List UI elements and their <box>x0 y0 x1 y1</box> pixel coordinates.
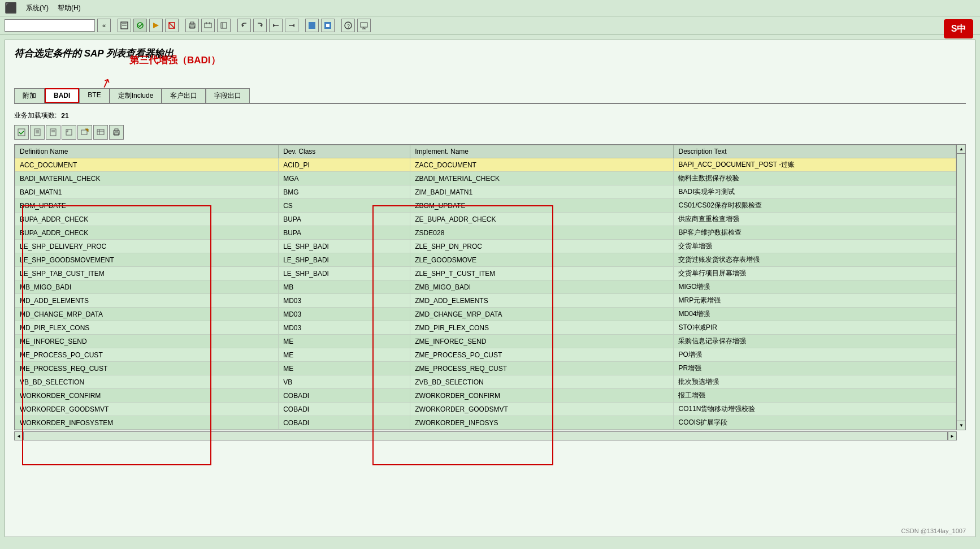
toolbar-btn-10[interactable] <box>269 19 283 32</box>
icon-btn-2[interactable] <box>30 125 45 140</box>
toolbar-back-btn[interactable]: « <box>97 19 111 32</box>
toolbar-btn-12[interactable] <box>305 19 319 32</box>
tab-field-exit[interactable]: 字段出口 <box>206 88 250 103</box>
table-row[interactable]: WORKORDER_INFOSYSTEMCOBADIZWORKORDER_INF… <box>15 416 956 430</box>
table-row[interactable]: ME_INFOREC_SENDMEZME_INFOREC_SEND采购信息记录保… <box>15 335 956 348</box>
svg-rect-25 <box>361 23 367 27</box>
cell-impl: ZLE_GOODSMOVE <box>410 253 674 267</box>
scroll-right-btn[interactable]: ► <box>948 431 957 440</box>
svg-rect-36 <box>66 129 72 135</box>
table-row[interactable]: LE_SHP_DELIVERY_PROCLE_SHP_BADIZLE_SHP_D… <box>15 240 956 253</box>
cell-impl: ZME_PROCESS_PO_CUST <box>410 348 674 362</box>
table-container: ▲ ▼ Definition Name Dev. Class Implement… <box>14 144 966 430</box>
table-row[interactable]: WORKORDER_GOODSMVTCOBADIZWORKORDER_GOODS… <box>15 403 956 416</box>
icon-btn-5[interactable] <box>77 125 92 140</box>
cell-dev: BUPA <box>279 213 410 226</box>
svg-rect-33 <box>50 129 56 136</box>
cell-def: LE_SHP_GOODSMOVEMENT <box>15 253 279 267</box>
toolbar-btn-13[interactable] <box>321 19 335 32</box>
cell-def: MD_ADD_ELEMENTS <box>15 294 279 308</box>
icon-row <box>14 125 966 140</box>
table-row[interactable]: BUPA_ADDR_CHECKBUPAZSDE028BP客户维护数据检查 <box>15 226 956 240</box>
cell-desc: BP客户维护数据检查 <box>674 226 956 240</box>
toolbar-print-btn[interactable] <box>185 19 199 32</box>
toolbar-btn-4[interactable] <box>165 19 179 32</box>
toolbar-btn-3[interactable] <box>149 19 163 32</box>
table-row[interactable]: MD_ADD_ELEMENTSMD03ZMD_ADD_ELEMENTSMRP元素… <box>15 294 956 308</box>
table-row[interactable]: BUPA_ADDR_CHECKBUPAZE_BUPA_ADDR_CHECK供应商… <box>15 213 956 226</box>
icon-btn-3[interactable] <box>46 125 60 140</box>
scroll-left-btn[interactable]: ◄ <box>14 431 23 440</box>
cell-impl: ZMD_ADD_ELEMENTS <box>410 294 674 308</box>
cell-def: BADI_MATN1 <box>15 185 279 199</box>
toolbar-undo-btn[interactable] <box>237 19 251 32</box>
scroll-down-btn[interactable]: ▼ <box>957 421 966 430</box>
toolbar-btn-11[interactable] <box>285 19 298 32</box>
svg-marker-17 <box>273 24 275 27</box>
table-row[interactable]: VB_BD_SELECTIONVBZVB_BD_SELECTION批次预选增强 <box>15 375 956 389</box>
table-row[interactable]: BOM_UPDATECSZBOM_UPDATECS01/CS02保存时权限检查 <box>15 199 956 213</box>
table-row[interactable]: BADI_MATN1BMGZIM_BADI_MATN1BADI实现学习测试 <box>15 185 956 199</box>
scroll-up-btn[interactable]: ▲ <box>957 145 966 154</box>
table-row[interactable]: ME_PROCESS_REQ_CUSTMEZME_PROCESS_REQ_CUS… <box>15 362 956 375</box>
cell-desc: 供应商查重检查增强 <box>674 213 956 226</box>
cell-def: LE_SHP_TAB_CUST_ITEM <box>15 267 279 280</box>
col-header-dev: Dev. Class <box>279 145 410 158</box>
table-row[interactable]: BADI_MATERIAL_CHECKMGAZBADI_MATERIAL_CHE… <box>15 172 956 185</box>
menu-help[interactable]: 帮助(H) <box>58 3 81 13</box>
table-row[interactable]: MB_MIGO_BADIMBZMB_MIGO_BADIMIGO增强 <box>15 280 956 294</box>
table-row[interactable]: LE_SHP_TAB_CUST_ITEMLE_SHP_BADIZLE_SHP_T… <box>15 267 956 280</box>
table-row[interactable]: LE_SHP_GOODSMOVEMENTLE_SHP_BADIZLE_GOODS… <box>15 253 956 267</box>
icon-btn-4[interactable] <box>62 125 76 140</box>
table-row[interactable]: ME_PROCESS_PO_CUSTMEZME_PROCESS_PO_CUSTP… <box>15 348 956 362</box>
toolbar-btn-9[interactable] <box>253 19 267 32</box>
cell-dev: LE_SHP_BADI <box>279 253 410 267</box>
tab-badi[interactable]: BADI <box>45 88 79 103</box>
cell-impl: ZACC_DOCUMENT <box>410 158 674 172</box>
toolbar-btn-6[interactable] <box>201 19 215 32</box>
cell-dev: MD03 <box>279 308 410 321</box>
icon-btn-6[interactable] <box>93 125 108 140</box>
cell-def: VB_BD_SELECTION <box>15 375 279 389</box>
toolbar-monitor-btn[interactable] <box>357 19 371 32</box>
cell-dev: BUPA <box>279 226 410 240</box>
cell-def: ME_PROCESS_PO_CUST <box>15 348 279 362</box>
toolbar-help-btn[interactable]: ? <box>341 19 355 32</box>
scrollbar-h[interactable]: ◄ ► <box>14 431 957 440</box>
count-label: 业务加载项数: <box>14 111 57 120</box>
toolbar-input[interactable] <box>5 19 95 32</box>
scrollbar-v[interactable]: ▲ ▼ <box>956 145 965 430</box>
exit-icon[interactable]: ⬛ <box>5 2 17 14</box>
main-content: 符合选定条件的 SAP 列表查看器输出 第三代增强（BADI） ↙ 附加 BAD… <box>5 40 975 537</box>
cell-dev: ACID_PI <box>279 158 410 172</box>
cell-desc: BAPI_ACC_DOCUMENT_POST -过账 <box>674 158 956 172</box>
svg-rect-12 <box>221 23 227 28</box>
tab-customer-exit[interactable]: 客户出口 <box>162 88 206 103</box>
cell-desc: COOIS扩展字段 <box>674 416 956 430</box>
cell-dev: CS <box>279 199 410 213</box>
toolbar-btn-7[interactable] <box>217 19 231 32</box>
data-table: Definition Name Dev. Class Implement. Na… <box>15 145 956 430</box>
count-value: 21 <box>61 112 68 120</box>
tab-fuza[interactable]: 附加 <box>14 88 45 103</box>
table-row[interactable]: MD_PIR_FLEX_CONSMD03ZMD_PIR_FLEX_CONSSTO… <box>15 321 956 335</box>
icon-btn-1[interactable] <box>14 125 29 140</box>
svg-marker-15 <box>260 24 262 27</box>
cell-desc: CS01/CS02保存时权限检查 <box>674 199 956 213</box>
cell-desc: MIGO增强 <box>674 280 956 294</box>
table-row[interactable]: MD_CHANGE_MRP_DATAMD03ZMD_CHANGE_MRP_DAT… <box>15 308 956 321</box>
cell-desc: PO增强 <box>674 348 956 362</box>
count-row: 业务加载项数: 21 <box>14 111 966 120</box>
icon-btn-7[interactable] <box>109 125 124 140</box>
cell-desc: 采购信息记录保存增强 <box>674 335 956 348</box>
cell-impl: ZBOM_UPDATE <box>410 199 674 213</box>
menu-system[interactable]: 系统(Y) <box>26 3 49 13</box>
table-row[interactable]: WORKORDER_CONFIRMCOBADIZWORKORDER_CONFIR… <box>15 389 956 403</box>
cell-desc: 报工增强 <box>674 389 956 403</box>
table-row[interactable]: ACC_DOCUMENTACID_PIZACC_DOCUMENTBAPI_ACC… <box>15 158 956 172</box>
toolbar-btn-2[interactable] <box>133 19 147 32</box>
cell-desc: BADI实现学习测试 <box>674 185 956 199</box>
toolbar-btn-1[interactable] <box>118 19 131 32</box>
col-header-desc: Description Text <box>674 145 956 158</box>
tab-custom-include[interactable]: 定制Include <box>110 88 162 103</box>
